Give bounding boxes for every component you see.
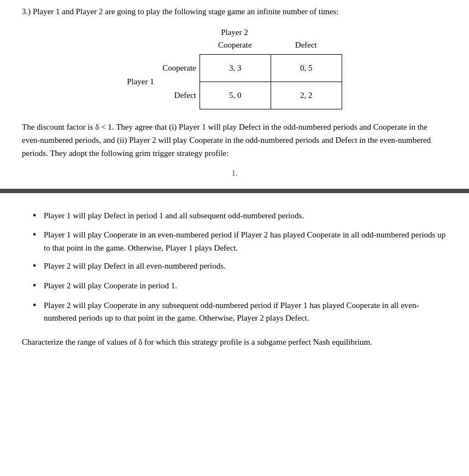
bullet-text-3: Player 2 will play Defect in all even-nu… xyxy=(44,260,447,272)
intro-text: Player 1 and Player 2 are going to play … xyxy=(33,7,338,16)
bullet-dot: • xyxy=(33,298,44,314)
cell-cd: 0, 5 xyxy=(271,54,342,82)
numbered-item: 1. xyxy=(22,169,447,178)
bullet-text-2: Player 1 will play Cooperate in an even-… xyxy=(44,229,447,254)
list-item: • Player 2 will play Cooperate in any su… xyxy=(33,299,447,325)
bullet-dot: • xyxy=(33,278,44,294)
bullet-dot: • xyxy=(33,259,44,274)
list-item: • Player 1 will play Cooperate in an eve… xyxy=(33,229,447,254)
bullet-text-4: Player 2 will play Cooperate in period 1… xyxy=(44,280,447,292)
table-row: 3, 3 0, 5 xyxy=(200,54,342,82)
bullet-text-1: Player 1 will play Defect in period 1 an… xyxy=(44,210,447,222)
bullet-list: • Player 1 will play Defect in period 1 … xyxy=(22,210,447,325)
col-headers: Cooperate Defect xyxy=(200,40,342,52)
list-item: • Player 2 will play Defect in all even-… xyxy=(33,260,447,274)
player2-label: Player 2 xyxy=(127,28,342,37)
player1-label: Player 1 xyxy=(127,55,159,109)
question-number: 3.) xyxy=(22,7,31,16)
full-game-table: Player 2 Player 1 Cooperate Defect xyxy=(127,28,342,109)
page-container: 3.) Player 1 and Player 2 are going to p… xyxy=(0,0,469,365)
list-item: • Player 2 will play Cooperate in period… xyxy=(33,280,447,294)
row-label-defect: Defect xyxy=(159,82,200,109)
col-header-cooperate: Cooperate xyxy=(200,40,271,50)
question-text: 3.) Player 1 and Player 2 are going to p… xyxy=(22,5,447,18)
table-row: 5, 0 2, 2 xyxy=(200,82,342,109)
cell-dd: 2, 2 xyxy=(271,82,342,109)
cell-dc: 5, 0 xyxy=(200,82,271,109)
bullet-text-5: Player 2 will play Cooperate in any subs… xyxy=(44,299,447,325)
row-label-cooperate: Cooperate xyxy=(159,55,200,82)
bullet-dot: • xyxy=(33,208,44,224)
list-item: • Player 1 will play Defect in period 1 … xyxy=(33,210,447,224)
row-labels: Cooperate Defect xyxy=(159,55,200,109)
description-text: The discount factor is δ < 1. They agree… xyxy=(22,120,447,160)
final-question: Characterize the range of values of δ fo… xyxy=(22,335,447,349)
game-table-section: Player 2 Player 1 Cooperate Defect xyxy=(22,28,447,109)
col-header-defect: Defect xyxy=(271,40,342,50)
payoff-table: 3, 3 0, 5 5, 0 2, 2 xyxy=(200,54,342,109)
bullet-dot: • xyxy=(33,228,44,243)
cell-cc: 3, 3 xyxy=(200,54,271,82)
section-divider xyxy=(0,189,469,193)
